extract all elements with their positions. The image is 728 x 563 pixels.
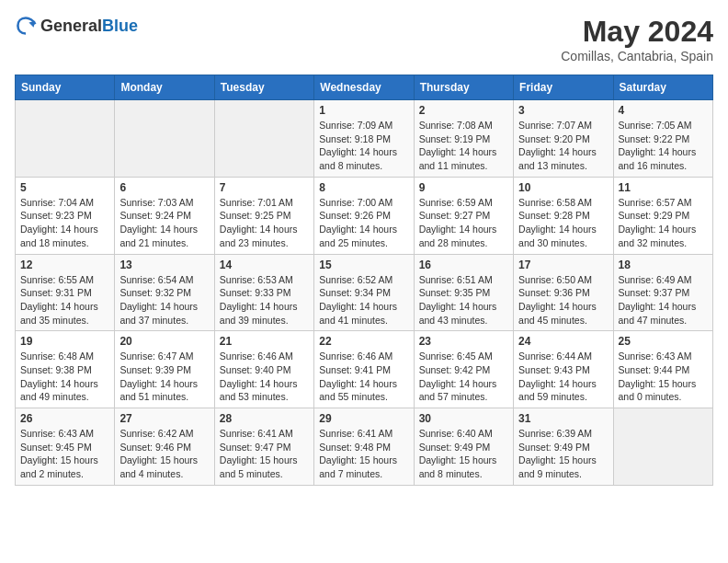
day-number: 13	[119, 259, 209, 271]
day-detail: Sunrise: 6:40 AMSunset: 9:49 PMDaylight:…	[419, 428, 497, 479]
day-number: 3	[518, 104, 608, 117]
calendar-cell: 31Sunrise: 6:39 AMSunset: 9:49 PMDayligh…	[514, 408, 613, 486]
day-number: 12	[20, 259, 109, 271]
day-number: 14	[220, 259, 309, 271]
main-title: May 2024	[561, 15, 713, 49]
day-detail: Sunrise: 6:58 AMSunset: 9:28 PMDaylight:…	[518, 197, 597, 248]
day-detail: Sunrise: 6:57 AMSunset: 9:29 PMDaylight:…	[619, 197, 697, 248]
header-monday: Monday	[115, 75, 214, 100]
calendar-week-4: 19Sunrise: 6:48 AMSunset: 9:38 PMDayligh…	[16, 331, 713, 408]
header-thursday: Thursday	[414, 75, 513, 100]
calendar-cell: 29Sunrise: 6:41 AMSunset: 9:48 PMDayligh…	[314, 408, 414, 486]
calendar-week-3: 12Sunrise: 6:55 AMSunset: 9:31 PMDayligh…	[16, 254, 713, 331]
day-number: 10	[518, 181, 608, 194]
day-number: 5	[20, 181, 109, 194]
day-detail: Sunrise: 7:05 AMSunset: 9:22 PMDaylight:…	[619, 120, 697, 171]
day-detail: Sunrise: 6:48 AMSunset: 9:38 PMDaylight:…	[20, 350, 98, 402]
logo-general: General	[40, 17, 102, 35]
header-tuesday: Tuesday	[214, 75, 313, 100]
calendar-cell: 26Sunrise: 6:43 AMSunset: 9:45 PMDayligh…	[16, 408, 115, 486]
day-detail: Sunrise: 6:50 AMSunset: 9:36 PMDaylight:…	[518, 274, 597, 326]
calendar-cell: 25Sunrise: 6:43 AMSunset: 9:44 PMDayligh…	[613, 331, 712, 408]
day-number: 11	[619, 181, 708, 194]
day-number: 26	[20, 412, 109, 425]
page-header: GeneralBlue May 2024 Comillas, Cantabria…	[15, 15, 713, 63]
calendar-cell: 4Sunrise: 7:05 AMSunset: 9:22 PMDaylight…	[613, 100, 712, 178]
logo-blue: Blue	[102, 17, 138, 35]
day-number: 28	[220, 412, 309, 425]
day-number: 18	[619, 259, 708, 271]
day-detail: Sunrise: 6:46 AMSunset: 9:41 PMDaylight:…	[319, 350, 397, 402]
day-number: 2	[419, 104, 508, 117]
calendar-cell	[613, 408, 712, 486]
calendar-cell: 1Sunrise: 7:09 AMSunset: 9:18 PMDaylight…	[314, 100, 414, 178]
calendar-cell	[115, 100, 214, 178]
calendar-header: Sunday Monday Tuesday Wednesday Thursday…	[16, 75, 713, 100]
calendar-cell: 7Sunrise: 7:01 AMSunset: 9:25 PMDaylight…	[214, 177, 313, 254]
day-detail: Sunrise: 7:08 AMSunset: 9:19 PMDaylight:…	[419, 120, 497, 171]
day-detail: Sunrise: 6:42 AMSunset: 9:46 PMDaylight:…	[119, 428, 198, 479]
day-detail: Sunrise: 6:53 AMSunset: 9:33 PMDaylight:…	[220, 274, 298, 326]
calendar-week-5: 26Sunrise: 6:43 AMSunset: 9:45 PMDayligh…	[16, 408, 713, 486]
title-area: May 2024 Comillas, Cantabria, Spain	[561, 15, 713, 63]
calendar-table: Sunday Monday Tuesday Wednesday Thursday…	[15, 75, 713, 486]
calendar-cell: 5Sunrise: 7:04 AMSunset: 9:23 PMDaylight…	[16, 177, 115, 254]
calendar-cell	[16, 100, 115, 178]
logo-text: GeneralBlue	[40, 17, 138, 36]
day-number: 1	[319, 104, 408, 117]
day-number: 15	[319, 259, 408, 271]
header-wednesday: Wednesday	[314, 75, 414, 100]
day-detail: Sunrise: 6:59 AMSunset: 9:27 PMDaylight:…	[419, 197, 497, 248]
calendar-cell: 2Sunrise: 7:08 AMSunset: 9:19 PMDaylight…	[414, 100, 513, 178]
day-number: 20	[119, 335, 209, 348]
calendar-cell: 11Sunrise: 6:57 AMSunset: 9:29 PMDayligh…	[613, 177, 712, 254]
calendar-cell: 30Sunrise: 6:40 AMSunset: 9:49 PMDayligh…	[414, 408, 513, 486]
day-number: 22	[319, 335, 408, 348]
calendar-cell: 17Sunrise: 6:50 AMSunset: 9:36 PMDayligh…	[514, 254, 613, 331]
day-detail: Sunrise: 6:41 AMSunset: 9:47 PMDaylight:…	[220, 428, 298, 479]
calendar-cell: 8Sunrise: 7:00 AMSunset: 9:26 PMDaylight…	[314, 177, 414, 254]
day-number: 30	[419, 412, 508, 425]
day-number: 7	[220, 181, 309, 194]
logo-icon	[15, 15, 37, 37]
calendar-cell: 22Sunrise: 6:46 AMSunset: 9:41 PMDayligh…	[314, 331, 414, 408]
calendar-cell: 3Sunrise: 7:07 AMSunset: 9:20 PMDaylight…	[514, 100, 613, 178]
day-detail: Sunrise: 6:43 AMSunset: 9:45 PMDaylight:…	[20, 428, 98, 479]
calendar-body: 1Sunrise: 7:09 AMSunset: 9:18 PMDaylight…	[16, 100, 713, 486]
day-number: 4	[619, 104, 708, 117]
calendar-cell: 12Sunrise: 6:55 AMSunset: 9:31 PMDayligh…	[16, 254, 115, 331]
day-number: 8	[319, 181, 408, 194]
day-detail: Sunrise: 6:41 AMSunset: 9:48 PMDaylight:…	[319, 428, 397, 479]
day-detail: Sunrise: 7:04 AMSunset: 9:23 PMDaylight:…	[20, 197, 98, 248]
day-detail: Sunrise: 7:07 AMSunset: 9:20 PMDaylight:…	[518, 120, 597, 171]
day-detail: Sunrise: 6:46 AMSunset: 9:40 PMDaylight:…	[220, 350, 298, 402]
day-detail: Sunrise: 6:55 AMSunset: 9:31 PMDaylight:…	[20, 274, 98, 326]
day-number: 9	[419, 181, 508, 194]
day-number: 19	[20, 335, 109, 348]
day-number: 29	[319, 412, 408, 425]
calendar-cell: 24Sunrise: 6:44 AMSunset: 9:43 PMDayligh…	[514, 331, 613, 408]
calendar-cell: 14Sunrise: 6:53 AMSunset: 9:33 PMDayligh…	[214, 254, 313, 331]
day-detail: Sunrise: 6:44 AMSunset: 9:43 PMDaylight:…	[518, 350, 597, 402]
calendar-cell: 19Sunrise: 6:48 AMSunset: 9:38 PMDayligh…	[16, 331, 115, 408]
day-detail: Sunrise: 6:54 AMSunset: 9:32 PMDaylight:…	[119, 274, 198, 326]
day-number: 23	[419, 335, 508, 348]
subtitle: Comillas, Cantabria, Spain	[561, 49, 713, 63]
day-detail: Sunrise: 6:52 AMSunset: 9:34 PMDaylight:…	[319, 274, 397, 326]
day-detail: Sunrise: 7:09 AMSunset: 9:18 PMDaylight:…	[319, 120, 397, 171]
day-detail: Sunrise: 7:01 AMSunset: 9:25 PMDaylight:…	[220, 197, 298, 248]
calendar-cell: 23Sunrise: 6:45 AMSunset: 9:42 PMDayligh…	[414, 331, 513, 408]
day-detail: Sunrise: 6:51 AMSunset: 9:35 PMDaylight:…	[419, 274, 497, 326]
calendar-cell: 10Sunrise: 6:58 AMSunset: 9:28 PMDayligh…	[514, 177, 613, 254]
day-number: 6	[119, 181, 209, 194]
calendar-cell: 13Sunrise: 6:54 AMSunset: 9:32 PMDayligh…	[115, 254, 214, 331]
day-detail: Sunrise: 6:45 AMSunset: 9:42 PMDaylight:…	[419, 350, 497, 402]
logo: GeneralBlue	[15, 15, 138, 37]
calendar-cell: 20Sunrise: 6:47 AMSunset: 9:39 PMDayligh…	[115, 331, 214, 408]
calendar-cell: 9Sunrise: 6:59 AMSunset: 9:27 PMDaylight…	[414, 177, 513, 254]
day-detail: Sunrise: 6:47 AMSunset: 9:39 PMDaylight:…	[119, 350, 198, 402]
day-number: 25	[619, 335, 708, 348]
day-number: 31	[518, 412, 608, 425]
day-detail: Sunrise: 6:39 AMSunset: 9:49 PMDaylight:…	[518, 428, 597, 479]
day-detail: Sunrise: 6:49 AMSunset: 9:37 PMDaylight:…	[619, 274, 697, 326]
